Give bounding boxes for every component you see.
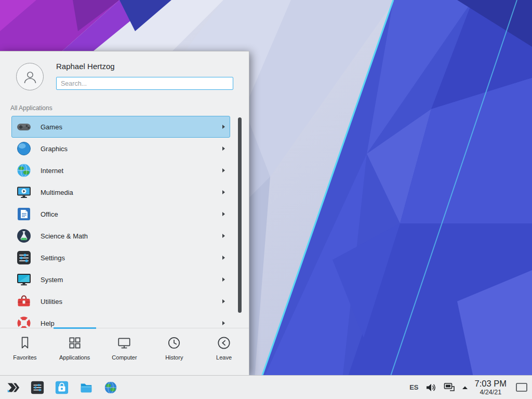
- system-settings-icon: [30, 380, 45, 395]
- launcher-tab-bar: Favorites Applications Computer History …: [0, 328, 249, 376]
- search-input[interactable]: [56, 77, 233, 90]
- globe-icon: [16, 162, 32, 179]
- monitor-icon: [16, 271, 32, 288]
- document-icon: [16, 206, 32, 222]
- taskbar-apps: [0, 380, 118, 395]
- folder-icon: [79, 380, 94, 395]
- toolbox-icon: [16, 293, 32, 310]
- tab-computer[interactable]: Computer: [100, 328, 150, 376]
- flask-icon: [16, 228, 32, 244]
- file-manager-button[interactable]: [78, 380, 94, 395]
- network-icon: [444, 382, 455, 392]
- user-avatar[interactable]: [16, 63, 44, 90]
- network-button[interactable]: [444, 382, 455, 392]
- clock-date: 4/24/21: [475, 389, 507, 396]
- category-multimedia[interactable]: Multimedia: [11, 181, 230, 203]
- volume-button[interactable]: [425, 382, 437, 393]
- digital-clock[interactable]: 7:03 PM 4/24/21: [475, 379, 507, 395]
- submenu-arrow-icon: [222, 299, 225, 303]
- tab-leave[interactable]: Leave: [199, 328, 249, 376]
- app-launcher-button[interactable]: [5, 380, 21, 395]
- system-settings-button[interactable]: [30, 380, 45, 395]
- category-utilities[interactable]: Utilities: [11, 290, 230, 312]
- app-launcher-icon: [6, 380, 20, 395]
- submenu-arrow-icon: [222, 125, 225, 129]
- computer-icon: [116, 335, 132, 351]
- section-label: All Applications: [10, 104, 52, 112]
- scrollbar-thumb[interactable]: [238, 117, 242, 313]
- category-science-math[interactable]: Science & Math: [11, 225, 230, 247]
- clock-time: 7:03 PM: [475, 379, 507, 388]
- browser-globe-icon: [103, 380, 118, 395]
- monitor-play-icon: [16, 184, 32, 201]
- web-browser-button[interactable]: [103, 380, 118, 395]
- tray-expander-button[interactable]: [462, 385, 468, 390]
- category-internet[interactable]: Internet: [11, 159, 230, 181]
- user-icon: [22, 69, 38, 85]
- blue-sphere-icon: [16, 140, 32, 157]
- show-desktop-icon: [516, 383, 527, 392]
- category-list: Games Graphics Internet Multimedia: [0, 116, 249, 328]
- life-ring-icon: [16, 315, 32, 328]
- submenu-arrow-icon: [222, 212, 225, 216]
- system-tray: ES 7:03 PM 4/24/21: [409, 379, 532, 395]
- category-graphics[interactable]: Graphics: [11, 138, 230, 159]
- category-help[interactable]: Help: [11, 312, 230, 328]
- sliders-icon: [16, 249, 32, 266]
- tab-history[interactable]: History: [149, 328, 199, 376]
- category-office[interactable]: Office: [11, 203, 230, 225]
- submenu-arrow-icon: [222, 277, 225, 282]
- tab-favorites[interactable]: Favorites: [0, 328, 50, 376]
- bookmark-icon: [17, 335, 33, 351]
- taskbar: ES 7:03 PM 4/24/21: [0, 375, 532, 399]
- volume-icon: [425, 382, 437, 393]
- submenu-arrow-icon: [222, 321, 225, 325]
- keyboard-layout-indicator[interactable]: ES: [409, 383, 418, 391]
- category-games[interactable]: Games: [11, 116, 230, 138]
- submenu-arrow-icon: [222, 168, 225, 172]
- user-name: Raphael Hertzog: [56, 62, 115, 71]
- tab-applications[interactable]: Applications: [50, 328, 100, 376]
- category-system[interactable]: System: [11, 269, 230, 290]
- show-desktop-button[interactable]: [515, 383, 528, 392]
- discover-icon: [55, 380, 69, 395]
- app-grid-icon: [67, 335, 83, 351]
- gamepad-icon: [16, 118, 32, 135]
- submenu-arrow-icon: [222, 190, 225, 194]
- submenu-arrow-icon: [222, 147, 225, 151]
- leave-icon: [216, 335, 232, 351]
- category-settings[interactable]: Settings: [11, 247, 230, 269]
- chevron-up-icon: [462, 385, 468, 390]
- submenu-arrow-icon: [222, 234, 225, 238]
- clock-icon: [166, 335, 182, 351]
- application-launcher-panel: Raphael Hertzog All Applications Games G…: [0, 51, 249, 375]
- discover-button[interactable]: [54, 380, 70, 395]
- submenu-arrow-icon: [222, 256, 225, 260]
